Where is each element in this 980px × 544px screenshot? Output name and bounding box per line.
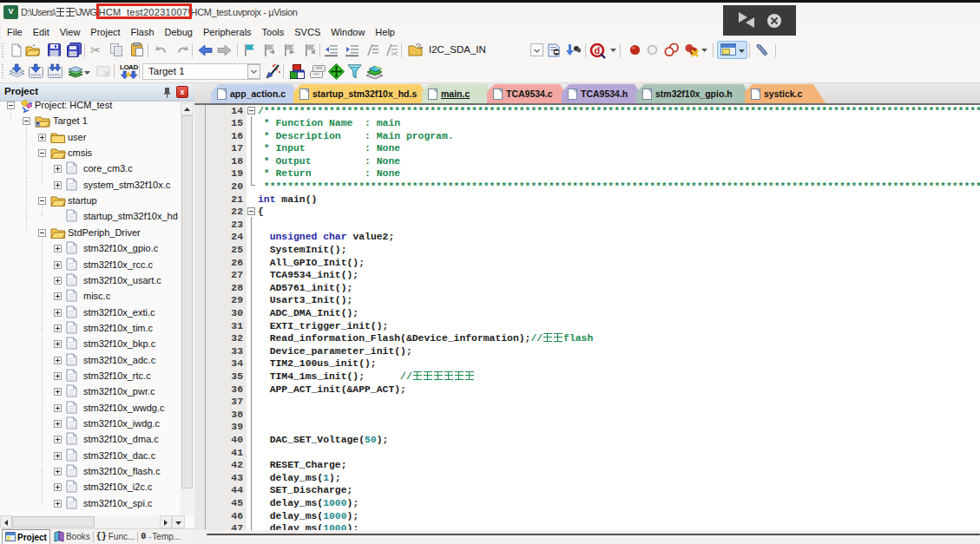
svg-text:d: d [595, 45, 601, 56]
svg-text:LOAD: LOAD [120, 63, 138, 71]
